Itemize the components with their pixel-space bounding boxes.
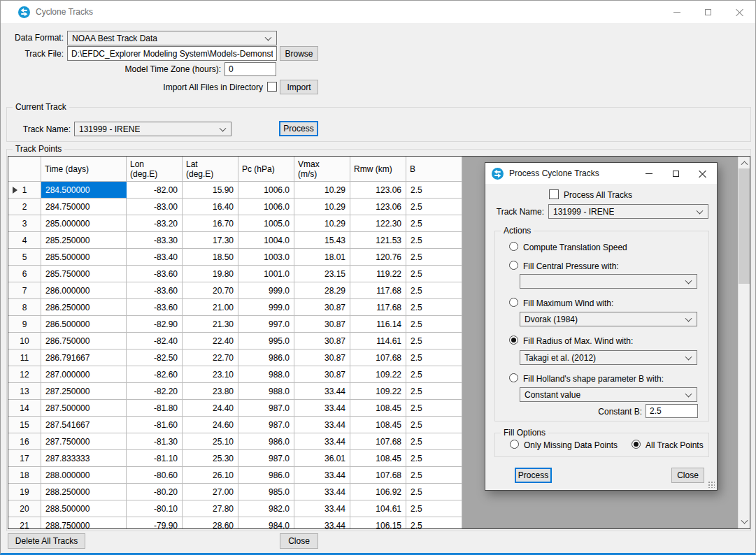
table-cell[interactable]: 2.5 [406, 333, 462, 349]
table-cell[interactable]: 108.45 [350, 450, 406, 467]
table-cell[interactable]: 982.0 [238, 500, 294, 517]
fill-radius-max-wind-radio[interactable] [509, 336, 518, 345]
table-cell[interactable]: 999.0 [238, 282, 294, 299]
table-cell[interactable]: -81.10 [127, 450, 183, 467]
table-cell[interactable]: 984.0 [238, 517, 294, 529]
table-cell[interactable]: 15.90 [183, 182, 238, 199]
table-cell[interactable]: 18.01 [294, 249, 350, 266]
row-header[interactable]: 14 [8, 400, 41, 417]
maximize-icon[interactable] [662, 163, 689, 184]
table-cell[interactable]: 286.791667 [41, 349, 127, 366]
table-cell[interactable]: -82.40 [127, 333, 183, 349]
row-header[interactable]: 8 [8, 299, 41, 316]
table-cell[interactable]: 123.06 [350, 182, 406, 199]
table-cell[interactable]: 106.92 [350, 484, 406, 500]
track-file-input[interactable]: D:\EFDC_Explorer Modeling System\Models-… [67, 46, 277, 61]
table-cell[interactable]: 28.60 [183, 517, 238, 529]
table-cell[interactable]: 33.44 [294, 383, 350, 400]
compute-translation-speed-radio[interactable] [509, 242, 518, 251]
table-cell[interactable]: 24.40 [183, 400, 238, 417]
table-cell[interactable]: 287.000000 [41, 366, 127, 383]
table-cell[interactable]: -83.60 [127, 266, 183, 282]
import-button[interactable]: Import [280, 80, 318, 94]
table-cell[interactable]: 2.5 [406, 215, 462, 232]
table-cell[interactable]: 2.5 [406, 467, 462, 484]
table-cell[interactable]: 123.06 [350, 199, 406, 215]
table-cell[interactable]: 114.61 [350, 333, 406, 349]
row-header[interactable]: 20 [8, 500, 41, 517]
process-button[interactable]: Process [279, 121, 318, 136]
table-cell[interactable]: 33.44 [294, 484, 350, 500]
table-cell[interactable]: 985.0 [238, 484, 294, 500]
titlebar[interactable]: Cyclone Tracks [1, 1, 755, 23]
all-track-points-radio[interactable] [632, 440, 641, 449]
table-cell[interactable]: 20.70 [183, 282, 238, 299]
scrollbar-thumb[interactable] [739, 168, 750, 284]
table-cell[interactable]: 33.44 [294, 417, 350, 433]
table-cell[interactable]: 1006.0 [238, 199, 294, 215]
table-cell[interactable]: 30.87 [294, 366, 350, 383]
table-cell[interactable]: 987.0 [238, 450, 294, 467]
row-header[interactable]: 12 [8, 366, 41, 383]
table-cell[interactable]: 1006.0 [238, 182, 294, 199]
table-cell[interactable]: 284.750000 [41, 199, 127, 215]
column-header[interactable]: Pc (hPa) [238, 157, 294, 182]
table-cell[interactable]: 2.5 [406, 316, 462, 333]
table-cell[interactable]: -82.20 [127, 383, 183, 400]
import-all-checkbox[interactable] [267, 82, 277, 92]
table-cell[interactable]: 1004.0 [238, 232, 294, 249]
table-cell[interactable]: 288.250000 [41, 484, 127, 500]
table-cell[interactable]: 2.5 [406, 383, 462, 400]
table-cell[interactable]: 285.000000 [41, 215, 127, 232]
column-header[interactable]: Vmax (m/s) [294, 157, 350, 182]
table-cell[interactable]: 27.00 [183, 484, 238, 500]
table-cell[interactable]: -83.60 [127, 299, 183, 316]
table-cell[interactable]: 2.5 [406, 366, 462, 383]
maximize-icon[interactable] [692, 1, 724, 23]
column-header[interactable]: B [406, 157, 462, 182]
table-cell[interactable]: 2.5 [406, 433, 462, 450]
table-cell[interactable]: -79.90 [127, 517, 183, 529]
table-cell[interactable]: 997.0 [238, 316, 294, 333]
table-cell[interactable]: 988.0 [238, 383, 294, 400]
table-cell[interactable]: 23.15 [294, 266, 350, 282]
table-cell[interactable]: 30.87 [294, 299, 350, 316]
table-cell[interactable]: 285.250000 [41, 232, 127, 249]
track-name-combo[interactable]: 131999 - IRENE [74, 122, 231, 136]
row-header[interactable]: 10 [8, 333, 41, 349]
fill-maximum-wind-combo[interactable]: Dvorak (1984) [520, 312, 697, 326]
table-cell[interactable]: 119.22 [350, 266, 406, 282]
table-cell[interactable]: -82.50 [127, 349, 183, 366]
table-cell[interactable]: 286.500000 [41, 316, 127, 333]
fill-radius-max-wind-combo[interactable]: Takagi et al. (2012) [520, 350, 697, 365]
table-cell[interactable]: 27.80 [183, 500, 238, 517]
table-cell[interactable]: 25.10 [183, 433, 238, 450]
column-header[interactable]: Time (days) [41, 157, 127, 182]
table-cell[interactable]: 30.87 [294, 333, 350, 349]
table-cell[interactable]: 16.40 [183, 199, 238, 215]
row-header[interactable]: 15 [8, 417, 41, 433]
table-cell[interactable]: 285.500000 [41, 249, 127, 266]
row-header[interactable]: 5 [8, 249, 41, 266]
row-header[interactable]: 13 [8, 383, 41, 400]
table-cell[interactable]: 287.833333 [41, 450, 127, 467]
close-button[interactable]: Close [280, 533, 318, 549]
table-cell[interactable]: 17.30 [183, 232, 238, 249]
delete-all-tracks-button[interactable]: Delete All Tracks [8, 533, 85, 549]
row-header[interactable]: 21 [8, 517, 41, 529]
dialog-process-button[interactable]: Process [515, 468, 552, 483]
table-cell[interactable]: 2.5 [406, 349, 462, 366]
row-header[interactable]: 18 [8, 467, 41, 484]
table-cell[interactable]: 23.10 [183, 366, 238, 383]
table-cell[interactable]: 2.5 [406, 249, 462, 266]
column-header[interactable]: Lon (deg.E) [127, 157, 183, 182]
table-cell[interactable]: 15.43 [294, 232, 350, 249]
table-cell[interactable]: 108.45 [350, 400, 406, 417]
row-header[interactable]: 19 [8, 484, 41, 500]
table-cell[interactable]: 107.68 [350, 433, 406, 450]
table-cell[interactable]: -82.90 [127, 316, 183, 333]
table-cell[interactable]: 288.000000 [41, 467, 127, 484]
table-cell[interactable]: 2.5 [406, 450, 462, 467]
minimize-icon[interactable] [661, 1, 692, 23]
table-cell[interactable]: -83.00 [127, 199, 183, 215]
